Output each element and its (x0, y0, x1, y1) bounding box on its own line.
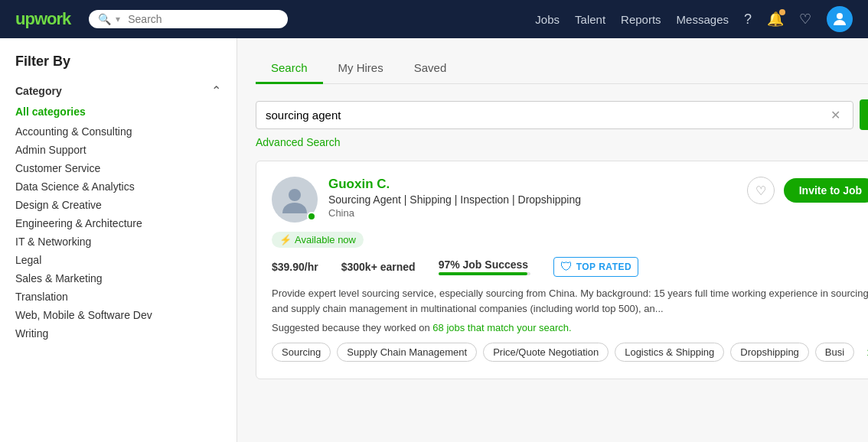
skill-sourcing[interactable]: Sourcing (272, 343, 331, 362)
category-translation[interactable]: Translation (15, 288, 221, 306)
search-magnify-icon: 🔍 (98, 13, 111, 25)
filter-title: Filter By (15, 54, 221, 70)
freelancer-card: Guoxin C. Sourcing Agent | Shipping | In… (256, 161, 868, 379)
category-label: Category (15, 85, 62, 97)
svg-point-0 (837, 13, 843, 19)
brand-logo-accent: work (34, 9, 70, 29)
category-engineering[interactable]: Engineering & Architecture (15, 214, 221, 232)
nav-messages-link[interactable]: Messages (677, 13, 729, 26)
chevron-up-icon[interactable]: ⌃ (211, 83, 221, 98)
stats-row: $39.90/hr $300k+ earned 97% Job Success … (272, 257, 868, 277)
nav-search-bar[interactable]: 🔍 ▾ (89, 10, 288, 28)
shield-icon: 🛡 (560, 260, 573, 274)
tab-search[interactable]: Search (256, 54, 323, 84)
avatar-silhouette (279, 184, 310, 215)
available-label: Available now (295, 234, 356, 245)
suggested-jobs-link[interactable]: 68 jobs that match your search. (432, 322, 571, 333)
advanced-search-link[interactable]: Advanced Search (256, 136, 341, 148)
skill-price-negotiation[interactable]: Price/Quote Negotiation (483, 343, 609, 362)
job-success-label: 97% Job Success (439, 258, 530, 271)
tabs: Search My Hires Saved (256, 54, 868, 84)
nav-jobs-link[interactable]: Jobs (535, 13, 560, 26)
category-writing[interactable]: Writing (15, 324, 221, 343)
lightning-icon: ⚡ (279, 234, 292, 245)
freelancer-location: China (328, 207, 736, 219)
rate-value: $39.90/hr (272, 261, 318, 273)
nav-search-input[interactable] (128, 13, 279, 25)
search-box[interactable]: ✕ (256, 101, 853, 129)
category-accounting[interactable]: Accounting & Consulting (15, 122, 221, 141)
nav-reports-link[interactable]: Reports (621, 13, 661, 26)
svg-point-3 (289, 189, 301, 201)
avatar-wrapper (272, 177, 318, 223)
search-clear-icon[interactable]: ✕ (830, 108, 840, 122)
invite-to-job-button[interactable]: Invite to Job (784, 178, 868, 203)
sidebar: Filter By Category ⌃ All categories Acco… (0, 38, 237, 442)
suggested-text: Suggested because they worked on 68 jobs… (272, 322, 868, 333)
suggested-prefix: Suggested because they worked on (272, 322, 430, 333)
earned-value: $300k+ earned (341, 261, 416, 273)
top-rated-label: TOP RATED (576, 262, 632, 272)
search-button[interactable] (860, 99, 868, 130)
online-status-dot (307, 212, 316, 221)
user-avatar[interactable] (827, 6, 853, 32)
freelancer-description: Provide expert level sourcing service, e… (272, 286, 868, 316)
category-it-networking[interactable]: IT & Networking (15, 232, 221, 251)
earned-stat: $300k+ earned (341, 261, 416, 273)
category-sales-marketing[interactable]: Sales & Marketing (15, 269, 221, 288)
save-freelancer-button[interactable]: ♡ (747, 177, 775, 204)
category-admin-support[interactable]: Admin Support (15, 141, 221, 159)
rate-stat: $39.90/hr (272, 261, 318, 273)
search-dropdown-arrow[interactable]: ▾ (116, 14, 120, 24)
card-actions: ♡ Invite to Job (747, 177, 868, 204)
skills-row: Sourcing Supply Chain Management Price/Q… (272, 341, 868, 363)
category-header: Category ⌃ (15, 83, 221, 98)
category-web-mobile[interactable]: Web, Mobile & Software Dev (15, 306, 221, 324)
card-info: Guoxin C. Sourcing Agent | Shipping | In… (328, 177, 736, 219)
available-badge: ⚡ Available now (272, 232, 364, 248)
progress-bar-bg (439, 272, 530, 275)
nav-links: Jobs Talent Reports Messages ? 🔔 ♡ (535, 6, 853, 32)
content-area: Search My Hires Saved ✕ Advanced Search (237, 38, 868, 442)
skill-supply-chain[interactable]: Supply Chain Management (337, 343, 477, 362)
progress-bar-fill (439, 272, 527, 275)
category-legal[interactable]: Legal (15, 251, 221, 269)
category-data-science[interactable]: Data Science & Analytics (15, 177, 221, 196)
search-bar-row: ✕ (256, 99, 868, 130)
search-input[interactable] (266, 109, 830, 122)
skill-busi[interactable]: Busi (815, 343, 854, 362)
freelancer-title: Sourcing Agent | Shipping | Inspection |… (328, 193, 736, 206)
all-categories-item[interactable]: All categories (15, 106, 221, 118)
heart-nav-icon[interactable]: ♡ (799, 11, 811, 28)
job-success-stat: 97% Job Success (439, 258, 530, 275)
brand-logo[interactable]: upwork (15, 9, 70, 29)
main-layout: Filter By Category ⌃ All categories Acco… (0, 38, 868, 442)
skill-logistics[interactable]: Logistics & Shipping (615, 343, 724, 362)
notification-wrapper[interactable]: 🔔 (767, 11, 784, 28)
freelancer-name[interactable]: Guoxin C. (328, 177, 736, 192)
navbar: upwork 🔍 ▾ Jobs Talent Reports Messages … (0, 0, 868, 38)
skill-dropshipping[interactable]: Dropshipping (730, 343, 809, 362)
tab-my-hires[interactable]: My Hires (323, 54, 399, 84)
help-icon[interactable]: ? (744, 11, 752, 28)
tab-saved[interactable]: Saved (399, 54, 462, 84)
category-customer-service[interactable]: Customer Service (15, 159, 221, 177)
top-rated-badge: 🛡 TOP RATED (553, 257, 639, 277)
more-skills-button[interactable]: › (860, 341, 868, 363)
avatar-icon (830, 10, 849, 28)
category-design[interactable]: Design & Creative (15, 196, 221, 214)
nav-talent-link[interactable]: Talent (575, 13, 605, 26)
card-header: Guoxin C. Sourcing Agent | Shipping | In… (272, 177, 868, 223)
notification-dot (779, 9, 785, 15)
